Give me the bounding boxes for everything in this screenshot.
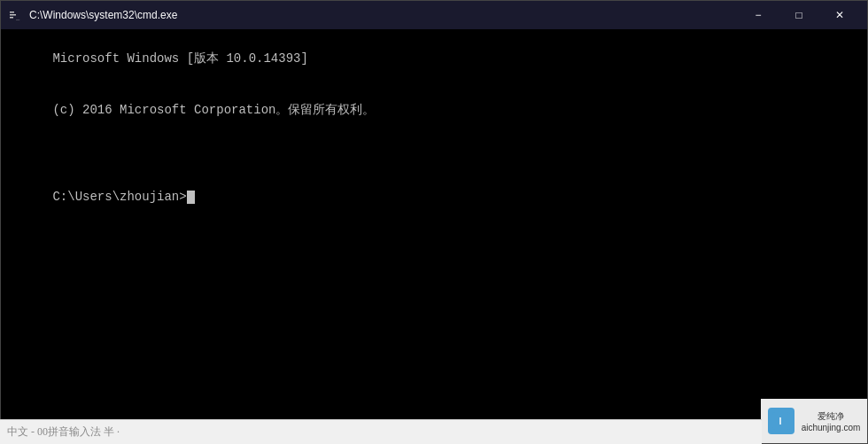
taskbar-hint: 中文 - 00拼音输入法 半 ·: [0, 419, 762, 444]
close-button[interactable]: ✕: [819, 1, 860, 29]
minimize-button[interactable]: −: [738, 1, 779, 29]
watermark-row: 爱纯净 aichunjing.com: [768, 408, 861, 434]
svg-rect-3: [10, 17, 13, 19]
title-bar: _ C:\Windows\system32\cmd.exe − □ ✕: [1, 1, 867, 29]
cmd-icon: _: [8, 8, 22, 22]
cmd-window: _ C:\Windows\system32\cmd.exe − □ ✕ Micr…: [0, 0, 868, 444]
console-output: Microsoft Windows [版本 10.0.14393] (c) 20…: [8, 33, 860, 224]
prompt-line: C:\Users\zhoujian>: [52, 190, 194, 204]
window-title: C:\Windows\system32\cmd.exe: [29, 9, 738, 21]
cursor: [187, 191, 195, 204]
svg-rect-2: [10, 14, 16, 16]
window-controls: − □ ✕: [738, 1, 860, 29]
version-line: Microsoft Windows [版本 10.0.14393]: [52, 51, 307, 66]
watermark: 爱纯净 aichunjing.com: [761, 399, 867, 443]
watermark-site: 爱纯净: [802, 410, 861, 423]
maximize-button[interactable]: □: [779, 1, 819, 29]
input-method-text: 中文 - 00拼音输入法 半 ·: [7, 425, 120, 440]
watermark-url: aichunjing.com: [802, 423, 861, 432]
console-body[interactable]: Microsoft Windows [版本 10.0.14393] (c) 20…: [1, 29, 867, 443]
copyright-line: (c) 2016 Microsoft Corporation。保留所有权利。: [52, 103, 375, 117]
svg-rect-1: [10, 12, 14, 13]
watermark-text: 爱纯净 aichunjing.com: [802, 410, 861, 432]
watermark-icon: [768, 408, 794, 434]
